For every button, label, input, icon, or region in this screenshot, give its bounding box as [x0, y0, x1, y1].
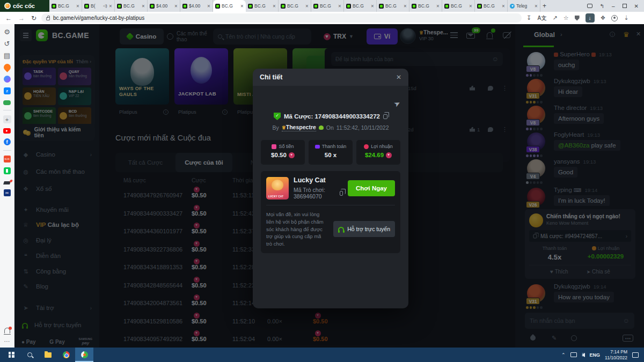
minimize-button[interactable]: –	[612, 3, 615, 9]
profile-icon[interactable]	[611, 15, 618, 21]
tab-close-icon[interactable]: ✕	[76, 4, 79, 9]
tab-close-icon[interactable]: ✕	[174, 4, 178, 9]
chrome-icon[interactable]	[57, 348, 75, 362]
forward-icon[interactable]: →	[18, 14, 25, 22]
tab-close-icon[interactable]: ✕	[207, 4, 210, 9]
share-icon[interactable]: ↗	[553, 14, 558, 21]
volume-icon[interactable]	[582, 353, 585, 357]
card-icon	[315, 145, 320, 149]
game-id-value[interactable]: 386946070	[294, 193, 322, 200]
add-shortcut-button[interactable]: +	[3, 115, 11, 123]
browser-tab[interactable]: BC.G✕	[246, 0, 279, 12]
bcgame-favicon	[150, 4, 155, 9]
bcgame-favicon	[182, 4, 187, 9]
youtube-icon[interactable]	[3, 128, 11, 134]
browser-sidebar: ⚙ ↺ ▤ Z + f 11.11 tiki ⋯	[0, 24, 14, 348]
adblock-shield-icon[interactable]	[575, 16, 580, 21]
zalo-icon[interactable]: Z	[4, 87, 11, 94]
back-icon[interactable]: ←	[5, 14, 12, 22]
education-app-icon[interactable]	[3, 181, 11, 184]
browser-tab-active[interactable]: BC.G✕	[213, 0, 246, 12]
tab-close-icon[interactable]: ✕	[142, 4, 145, 9]
browser-tab-telegram[interactable]: Teleg✕	[508, 0, 540, 12]
messenger-icon[interactable]	[4, 76, 11, 83]
browser-tab[interactable]: BC.G✕	[49, 0, 82, 12]
browser-tab[interactable]: BC.G✕	[409, 0, 442, 12]
tab-close-icon[interactable]: ✕	[436, 4, 440, 9]
maximize-button[interactable]	[623, 4, 627, 8]
live-support-button[interactable]: Hỗ trợ trực tuyến	[333, 221, 395, 237]
author-link[interactable]: ♕Thespectre	[282, 124, 316, 131]
browser-tab[interactable]: $4.00✕	[180, 0, 213, 12]
language-indicator[interactable]: ENG	[590, 352, 601, 358]
browser-tab[interactable]: BC.G✕	[442, 0, 475, 12]
settings-gear-icon[interactable]: ⚙	[4, 28, 10, 35]
games-icon[interactable]	[3, 100, 11, 105]
browser-tabstrip: cốc cốc BC.G✕ B(◁)✕ BC.G✕ $4.00✕ $4.00✕ …	[0, 0, 644, 12]
bookmark-star-icon[interactable]: ☆	[564, 14, 569, 21]
url-box[interactable]: bc.game/vi/game/lucky-cat-by-platipus	[41, 13, 522, 23]
translate-icon[interactable]: A文	[537, 14, 546, 22]
tab-audio-icon[interactable]: ◁)	[103, 4, 107, 8]
modal-title: Chi tiết	[260, 73, 282, 81]
save-page-icon[interactable]: ↧	[526, 14, 531, 21]
play-now-button[interactable]: Chơi Ngay	[348, 180, 395, 196]
modal-close-icon[interactable]: ✕	[396, 73, 401, 81]
battery-app-icon[interactable]	[4, 167, 11, 174]
history-icon[interactable]: ↺	[4, 40, 10, 47]
tab-close-icon[interactable]: ✕	[502, 4, 505, 9]
taskbar-clock[interactable]: 7:14 PM11/10/2022	[605, 349, 627, 360]
browser-tab[interactable]: BC.G✕	[377, 0, 409, 12]
new-tab-button[interactable]: +	[540, 0, 554, 12]
start-button[interactable]	[2, 348, 20, 362]
tab-close-icon[interactable]: ✕	[338, 4, 341, 9]
bet-id-row: ✓ Mã Cược: 1749083449003334272	[261, 113, 400, 120]
url-text[interactable]: bc.game/vi/game/lucky-cat-by-platipus	[53, 15, 144, 21]
lucky-cat-thumbnail[interactable]	[266, 177, 289, 200]
tray-expand-icon[interactable]: ⌃	[561, 352, 566, 358]
close-window-button[interactable]: ✕	[634, 3, 639, 9]
reload-icon[interactable]: ↻	[31, 14, 36, 22]
facebook-icon[interactable]: f	[4, 138, 11, 145]
bet-id-value[interactable]: 1749083449003334272	[314, 113, 380, 120]
tab-close-icon[interactable]: ✕	[469, 4, 472, 9]
browser-tab[interactable]: BC.G✕	[311, 0, 344, 12]
extensions-icon[interactable]: ❖	[601, 14, 606, 21]
tab-close-icon[interactable]: ✕	[240, 4, 244, 9]
download-active-icon[interactable]: ↓	[586, 13, 595, 23]
browser-tab[interactable]: BC.G✕	[115, 0, 148, 12]
telegram-favicon	[510, 4, 515, 9]
tab-close-icon[interactable]: ✕	[109, 4, 112, 9]
tab-close-icon[interactable]: ✕	[371, 4, 374, 9]
browser-tab[interactable]: B(◁)✕	[82, 0, 115, 12]
network-icon[interactable]	[570, 352, 577, 357]
browser-tab[interactable]: BC.G✕	[279, 0, 311, 12]
copy-icon[interactable]	[340, 191, 343, 196]
bcgame-favicon	[281, 4, 286, 9]
screen: cốc cốc BC.G✕ B(◁)✕ BC.G✕ $4.00✕ $4.00✕ …	[0, 0, 644, 362]
action-center-icon[interactable]	[632, 352, 639, 358]
downloads-tray-icon[interactable]: ⇣	[624, 14, 628, 21]
shopee-icon[interactable]: 11.11	[4, 156, 11, 162]
tab-close-icon[interactable]: ✕	[535, 4, 538, 9]
browser-tab[interactable]: BC.G✕	[475, 0, 508, 12]
copy-icon[interactable]	[383, 114, 387, 119]
tiki-icon[interactable]: tiki	[4, 189, 11, 196]
hot-news-icon[interactable]	[2, 62, 12, 72]
browser-tab[interactable]: $4.00✕	[148, 0, 180, 12]
newsfeed-icon[interactable]: ▤	[4, 52, 10, 59]
more-options-icon[interactable]: ⋯	[4, 338, 10, 344]
taskbar-search-icon[interactable]	[20, 348, 39, 362]
address-bar: ← → ↻ bc.game/vi/game/lucky-cat-by-plati…	[0, 12, 644, 24]
divider	[3, 150, 11, 151]
share-icon[interactable]: ➤	[392, 98, 402, 109]
coccoc-taskbar-icon[interactable]	[75, 348, 93, 362]
tab-close-icon[interactable]: ✕	[273, 4, 276, 9]
tab-close-icon[interactable]: ✕	[404, 4, 407, 9]
flip-tab-icon[interactable]: ↰	[600, 3, 604, 9]
browser-tab[interactable]: BC.G✕	[344, 0, 377, 12]
tab-close-icon[interactable]: ✕	[305, 4, 309, 9]
file-explorer-icon[interactable]	[39, 348, 57, 362]
notifications-bell-icon[interactable]	[4, 328, 10, 334]
tab-search-icon[interactable]	[587, 4, 592, 8]
